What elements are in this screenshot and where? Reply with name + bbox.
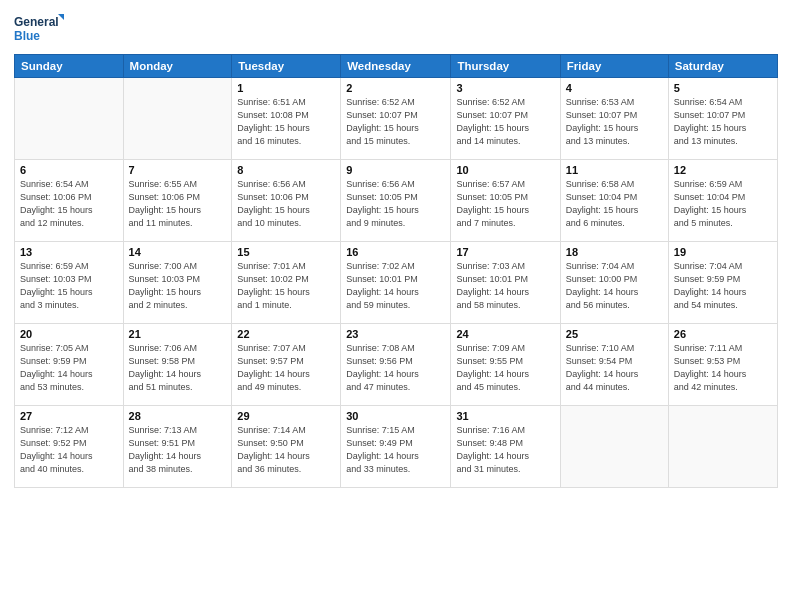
header: General Blue [14, 12, 778, 48]
logo-svg: General Blue [14, 12, 64, 48]
day-info: Sunrise: 7:13 AM Sunset: 9:51 PM Dayligh… [129, 424, 227, 476]
day-number: 31 [456, 410, 554, 422]
day-info: Sunrise: 7:02 AM Sunset: 10:01 PM Daylig… [346, 260, 445, 312]
day-info: Sunrise: 7:09 AM Sunset: 9:55 PM Dayligh… [456, 342, 554, 394]
weekday-header-sunday: Sunday [15, 55, 124, 78]
calendar-cell: 3Sunrise: 6:52 AM Sunset: 10:07 PM Dayli… [451, 78, 560, 160]
day-number: 13 [20, 246, 118, 258]
day-number: 8 [237, 164, 335, 176]
day-info: Sunrise: 6:52 AM Sunset: 10:07 PM Daylig… [456, 96, 554, 148]
day-info: Sunrise: 7:07 AM Sunset: 9:57 PM Dayligh… [237, 342, 335, 394]
day-number: 12 [674, 164, 772, 176]
day-info: Sunrise: 7:00 AM Sunset: 10:03 PM Daylig… [129, 260, 227, 312]
day-number: 2 [346, 82, 445, 94]
day-number: 16 [346, 246, 445, 258]
svg-text:Blue: Blue [14, 29, 40, 43]
weekday-header-row: SundayMondayTuesdayWednesdayThursdayFrid… [15, 55, 778, 78]
day-info: Sunrise: 6:58 AM Sunset: 10:04 PM Daylig… [566, 178, 663, 230]
day-number: 30 [346, 410, 445, 422]
day-info: Sunrise: 6:59 AM Sunset: 10:04 PM Daylig… [674, 178, 772, 230]
day-info: Sunrise: 6:56 AM Sunset: 10:06 PM Daylig… [237, 178, 335, 230]
calendar-cell: 30Sunrise: 7:15 AM Sunset: 9:49 PM Dayli… [341, 406, 451, 488]
svg-text:General: General [14, 15, 59, 29]
calendar-cell: 1Sunrise: 6:51 AM Sunset: 10:08 PM Dayli… [232, 78, 341, 160]
calendar-cell: 8Sunrise: 6:56 AM Sunset: 10:06 PM Dayli… [232, 160, 341, 242]
calendar-cell: 13Sunrise: 6:59 AM Sunset: 10:03 PM Dayl… [15, 242, 124, 324]
day-number: 17 [456, 246, 554, 258]
calendar-cell: 20Sunrise: 7:05 AM Sunset: 9:59 PM Dayli… [15, 324, 124, 406]
day-info: Sunrise: 7:05 AM Sunset: 9:59 PM Dayligh… [20, 342, 118, 394]
svg-marker-2 [58, 14, 64, 22]
day-number: 22 [237, 328, 335, 340]
day-info: Sunrise: 7:15 AM Sunset: 9:49 PM Dayligh… [346, 424, 445, 476]
calendar-cell: 24Sunrise: 7:09 AM Sunset: 9:55 PM Dayli… [451, 324, 560, 406]
day-number: 19 [674, 246, 772, 258]
day-number: 1 [237, 82, 335, 94]
page: General Blue SundayMondayTuesdayWednesda… [0, 0, 792, 612]
calendar-table: SundayMondayTuesdayWednesdayThursdayFrid… [14, 54, 778, 488]
day-info: Sunrise: 6:54 AM Sunset: 10:07 PM Daylig… [674, 96, 772, 148]
calendar-cell [668, 406, 777, 488]
day-info: Sunrise: 7:08 AM Sunset: 9:56 PM Dayligh… [346, 342, 445, 394]
day-info: Sunrise: 7:12 AM Sunset: 9:52 PM Dayligh… [20, 424, 118, 476]
calendar-cell: 4Sunrise: 6:53 AM Sunset: 10:07 PM Dayli… [560, 78, 668, 160]
calendar-cell: 5Sunrise: 6:54 AM Sunset: 10:07 PM Dayli… [668, 78, 777, 160]
calendar-cell [560, 406, 668, 488]
day-info: Sunrise: 6:59 AM Sunset: 10:03 PM Daylig… [20, 260, 118, 312]
weekday-header-thursday: Thursday [451, 55, 560, 78]
week-row-3: 20Sunrise: 7:05 AM Sunset: 9:59 PM Dayli… [15, 324, 778, 406]
day-number: 5 [674, 82, 772, 94]
day-info: Sunrise: 7:10 AM Sunset: 9:54 PM Dayligh… [566, 342, 663, 394]
day-info: Sunrise: 6:55 AM Sunset: 10:06 PM Daylig… [129, 178, 227, 230]
calendar-cell: 16Sunrise: 7:02 AM Sunset: 10:01 PM Dayl… [341, 242, 451, 324]
day-number: 26 [674, 328, 772, 340]
calendar-cell: 29Sunrise: 7:14 AM Sunset: 9:50 PM Dayli… [232, 406, 341, 488]
day-number: 29 [237, 410, 335, 422]
day-number: 7 [129, 164, 227, 176]
day-number: 23 [346, 328, 445, 340]
day-info: Sunrise: 7:16 AM Sunset: 9:48 PM Dayligh… [456, 424, 554, 476]
calendar-cell: 7Sunrise: 6:55 AM Sunset: 10:06 PM Dayli… [123, 160, 232, 242]
weekday-header-tuesday: Tuesday [232, 55, 341, 78]
week-row-4: 27Sunrise: 7:12 AM Sunset: 9:52 PM Dayli… [15, 406, 778, 488]
day-info: Sunrise: 7:14 AM Sunset: 9:50 PM Dayligh… [237, 424, 335, 476]
day-number: 4 [566, 82, 663, 94]
day-info: Sunrise: 6:56 AM Sunset: 10:05 PM Daylig… [346, 178, 445, 230]
day-info: Sunrise: 7:04 AM Sunset: 10:00 PM Daylig… [566, 260, 663, 312]
calendar-cell: 28Sunrise: 7:13 AM Sunset: 9:51 PM Dayli… [123, 406, 232, 488]
calendar-cell: 27Sunrise: 7:12 AM Sunset: 9:52 PM Dayli… [15, 406, 124, 488]
day-info: Sunrise: 6:52 AM Sunset: 10:07 PM Daylig… [346, 96, 445, 148]
day-info: Sunrise: 7:03 AM Sunset: 10:01 PM Daylig… [456, 260, 554, 312]
weekday-header-friday: Friday [560, 55, 668, 78]
weekday-header-saturday: Saturday [668, 55, 777, 78]
calendar-cell: 17Sunrise: 7:03 AM Sunset: 10:01 PM Dayl… [451, 242, 560, 324]
calendar-cell: 18Sunrise: 7:04 AM Sunset: 10:00 PM Dayl… [560, 242, 668, 324]
day-number: 24 [456, 328, 554, 340]
day-info: Sunrise: 6:53 AM Sunset: 10:07 PM Daylig… [566, 96, 663, 148]
calendar-cell: 26Sunrise: 7:11 AM Sunset: 9:53 PM Dayli… [668, 324, 777, 406]
day-number: 6 [20, 164, 118, 176]
calendar-cell: 22Sunrise: 7:07 AM Sunset: 9:57 PM Dayli… [232, 324, 341, 406]
week-row-2: 13Sunrise: 6:59 AM Sunset: 10:03 PM Dayl… [15, 242, 778, 324]
day-info: Sunrise: 6:54 AM Sunset: 10:06 PM Daylig… [20, 178, 118, 230]
day-number: 11 [566, 164, 663, 176]
calendar-cell: 15Sunrise: 7:01 AM Sunset: 10:02 PM Dayl… [232, 242, 341, 324]
week-row-0: 1Sunrise: 6:51 AM Sunset: 10:08 PM Dayli… [15, 78, 778, 160]
day-number: 10 [456, 164, 554, 176]
week-row-1: 6Sunrise: 6:54 AM Sunset: 10:06 PM Dayli… [15, 160, 778, 242]
calendar-cell: 6Sunrise: 6:54 AM Sunset: 10:06 PM Dayli… [15, 160, 124, 242]
day-info: Sunrise: 7:04 AM Sunset: 9:59 PM Dayligh… [674, 260, 772, 312]
day-number: 14 [129, 246, 227, 258]
day-number: 25 [566, 328, 663, 340]
weekday-header-wednesday: Wednesday [341, 55, 451, 78]
weekday-header-monday: Monday [123, 55, 232, 78]
calendar-cell: 31Sunrise: 7:16 AM Sunset: 9:48 PM Dayli… [451, 406, 560, 488]
logo: General Blue [14, 12, 64, 48]
day-number: 3 [456, 82, 554, 94]
day-info: Sunrise: 7:06 AM Sunset: 9:58 PM Dayligh… [129, 342, 227, 394]
day-info: Sunrise: 7:11 AM Sunset: 9:53 PM Dayligh… [674, 342, 772, 394]
calendar-cell [15, 78, 124, 160]
calendar-cell: 19Sunrise: 7:04 AM Sunset: 9:59 PM Dayli… [668, 242, 777, 324]
calendar-cell: 10Sunrise: 6:57 AM Sunset: 10:05 PM Dayl… [451, 160, 560, 242]
day-info: Sunrise: 6:51 AM Sunset: 10:08 PM Daylig… [237, 96, 335, 148]
